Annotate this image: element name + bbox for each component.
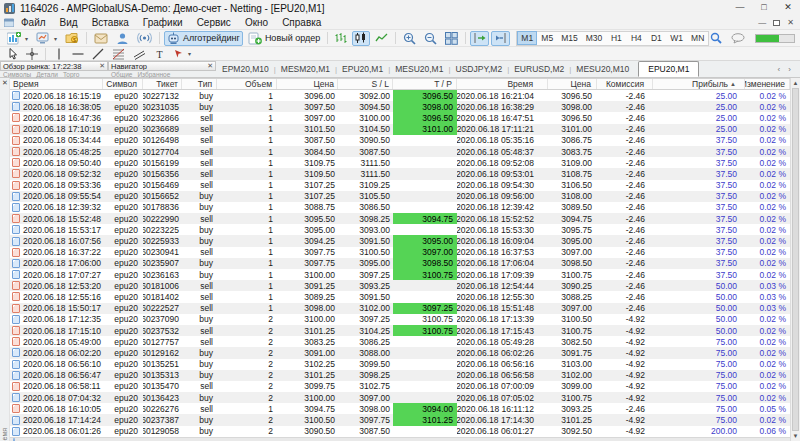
column-header-t2[interactable]: Время <box>457 79 548 89</box>
window-close-button[interactable]: ✕ <box>776 0 800 16</box>
signal-icon[interactable] <box>134 31 155 46</box>
chat-icon[interactable] <box>731 33 746 44</box>
mdi-minimize-button[interactable]: — <box>758 18 766 28</box>
deal-row[interactable]: 2020.06.18 05:48:25epu2060127704sell1308… <box>10 146 790 157</box>
timeframe-button-m15[interactable]: M15 <box>557 31 582 45</box>
deal-row[interactable]: 2020.06.18 12:39:32epu2060178836buy13088… <box>10 202 790 213</box>
search-icon[interactable] <box>710 32 722 44</box>
chart-tab-1[interactable]: MESM20,M1 <box>281 64 330 74</box>
column-header-p2[interactable]: Цена <box>548 79 597 89</box>
trendline-tool-icon[interactable] <box>89 47 107 60</box>
menu-item-1[interactable]: Вид <box>53 16 85 29</box>
scroll-up-icon[interactable]: ▲ <box>791 78 800 88</box>
deal-row[interactable]: 2020.06.18 05:34:44epu2060126498sell1308… <box>10 135 790 146</box>
bar-chart-type-icon[interactable] <box>332 31 350 46</box>
deal-row[interactable]: 2020.06.18 16:37:22epu2060230941sell1309… <box>10 247 790 258</box>
column-header-tp[interactable]: T / P <box>393 79 457 89</box>
arrows-tool-icon[interactable]: ▾ <box>170 47 194 60</box>
line-chart-type-icon[interactable] <box>372 31 391 46</box>
auto-scroll-icon[interactable] <box>470 31 489 46</box>
vertical-line-tool-icon[interactable] <box>50 47 67 60</box>
deal-row[interactable]: 2020.06.18 06:02:20epu2060129162buy23091… <box>10 347 790 358</box>
column-header-sym[interactable]: Символ <box>103 79 143 89</box>
deal-row[interactable]: 2020.06.18 16:10:05epu2060226276sell1309… <box>10 403 790 414</box>
chart-tab-2[interactable]: EPU20,M1 <box>342 64 383 74</box>
navigator-subtab-1[interactable]: Избранное <box>137 71 170 78</box>
new-chart-button[interactable]: ▾ <box>4 31 31 46</box>
tile-windows-icon[interactable] <box>442 31 461 46</box>
deal-row[interactable]: 2020.06.18 17:15:10epu2060237532sell2310… <box>10 325 790 336</box>
deal-row[interactable]: 2020.06.18 06:01:26epu2060129058buy23090… <box>10 426 790 437</box>
deal-row[interactable]: 2020.06.18 16:15:19epu2060227132buy13096… <box>10 90 790 101</box>
deal-row[interactable]: 2020.06.18 17:14:24epu2060237387buy23100… <box>10 414 790 425</box>
chart-tab-3[interactable]: MESU20,M1 <box>395 64 443 74</box>
scroll-down-icon[interactable]: ▼ <box>791 431 800 441</box>
deal-row[interactable]: 2020.06.18 06:56:10epu2060135251buy23102… <box>10 359 790 370</box>
deal-row[interactable]: 2020.06.18 15:50:17epu2060222527sell1309… <box>10 303 790 314</box>
scrollbar-thumb[interactable] <box>792 88 799 431</box>
window-maximize-button[interactable]: □ <box>752 0 776 16</box>
market-watch-close-icon[interactable]: ✕ <box>97 62 105 70</box>
crosshair-tool-icon[interactable] <box>23 47 41 60</box>
deal-row[interactable]: 2020.06.18 17:07:27epu2060236163buy13100… <box>10 269 790 280</box>
timeframe-button-m5[interactable]: M5 <box>537 31 557 45</box>
deal-row[interactable]: 2020.06.18 09:52:32epu2060156356sell1310… <box>10 168 790 179</box>
column-header-p[interactable]: Цена <box>277 79 338 89</box>
cursor-tool-icon[interactable] <box>4 47 21 60</box>
deal-row[interactable]: 2020.06.18 17:12:35epu2060237090buy23100… <box>10 314 790 325</box>
deal-row[interactable]: 2020.06.18 09:50:40epu2060156199sell1310… <box>10 157 790 168</box>
text-tool-icon[interactable]: T <box>151 47 168 60</box>
chart-tab-0[interactable]: EPM20,M10 <box>222 64 269 74</box>
menu-item-0[interactable]: Файл <box>14 16 53 29</box>
deal-row[interactable]: 2020.06.18 16:38:05epu2060231035buy13097… <box>10 101 790 112</box>
column-header-sl[interactable]: S / L <box>338 79 393 89</box>
channel-tool-icon[interactable] <box>130 47 149 60</box>
deal-row[interactable]: 2020.06.18 15:53:17epu2060223225buy13095… <box>10 224 790 235</box>
zoom-out-icon[interactable] <box>421 31 440 46</box>
community-icon[interactable] <box>113 31 132 46</box>
deal-row[interactable]: 2020.06.18 12:55:16epu2060181402sell1308… <box>10 291 790 302</box>
deal-row[interactable]: 2020.06.18 16:07:56epu2060225933buy13094… <box>10 235 790 246</box>
column-header-ch[interactable]: Изменение <box>745 79 790 89</box>
column-header-c[interactable]: Комиссия <box>597 79 653 89</box>
deal-row[interactable]: 2020.06.18 16:47:36epu2060232866sell1309… <box>10 112 790 123</box>
column-header-ty[interactable]: Тип <box>182 79 217 89</box>
column-header-t1[interactable]: Время <box>10 79 103 89</box>
deal-row[interactable]: 2020.06.18 09:53:36epu2060156469sell1310… <box>10 180 790 191</box>
chart-tab-active[interactable]: EPU20,M1 <box>638 61 699 77</box>
deal-row[interactable]: 2020.06.18 15:52:48epu2060222990sell1309… <box>10 213 790 224</box>
vertical-scrollbar[interactable]: ▲ ▼ <box>790 78 800 441</box>
deal-row[interactable]: 2020.06.18 12:53:20epu2060181006sell1309… <box>10 280 790 291</box>
timeframe-button-h4[interactable]: H4 <box>626 31 646 45</box>
timeframe-button-w1[interactable]: W1 <box>666 31 687 45</box>
timeframe-button-d1[interactable]: D1 <box>646 31 666 45</box>
column-header-v[interactable]: Объем <box>217 79 277 89</box>
deal-row[interactable]: 2020.06.18 06:56:47epu2060135313buy23101… <box>10 370 790 381</box>
chart-tab-4[interactable]: USDJPY,M2 <box>456 64 503 74</box>
profiles-button[interactable]: ▾ <box>33 31 60 46</box>
mail-icon[interactable] <box>91 31 111 46</box>
timeframe-button-mn[interactable]: MN <box>687 31 708 45</box>
mdi-close-button[interactable]: ✕ <box>787 18 794 28</box>
menu-item-5[interactable]: Окно <box>238 16 275 29</box>
timeframe-button-m30[interactable]: M30 <box>582 31 607 45</box>
deal-row[interactable]: 2020.06.18 06:58:11epu2060135470sell2309… <box>10 381 790 392</box>
algo-trading-button[interactable]: Алготрейдинг <box>164 31 243 46</box>
market-watch-subtab-1[interactable]: Детали <box>36 71 58 78</box>
column-header-tk[interactable]: Тикет <box>143 79 182 89</box>
navigator-close-icon[interactable]: ✕ <box>205 62 213 70</box>
history-center-button[interactable]: $ <box>62 31 82 46</box>
deal-row[interactable]: 2020.06.18 05:49:00epu2060127757sell2308… <box>10 336 790 347</box>
menu-item-2[interactable]: Вставка <box>85 16 136 29</box>
zoom-in-icon[interactable] <box>400 31 419 46</box>
menu-item-6[interactable]: Справка <box>275 16 328 29</box>
horizontal-line-tool-icon[interactable] <box>69 47 87 60</box>
chart-shift-icon[interactable] <box>491 31 510 46</box>
tab-scroll-arrows[interactable]: ‹ › <box>777 65 794 74</box>
menu-item-3[interactable]: Графики <box>136 16 190 29</box>
timeframe-button-m1[interactable]: M1 <box>517 31 537 45</box>
candlestick-chart-type-icon[interactable] <box>352 31 370 46</box>
column-header-pr[interactable]: Прибыль▲ <box>653 79 745 89</box>
menu-item-4[interactable]: Сервис <box>190 16 238 29</box>
window-minimize-button[interactable]: — <box>728 0 752 16</box>
